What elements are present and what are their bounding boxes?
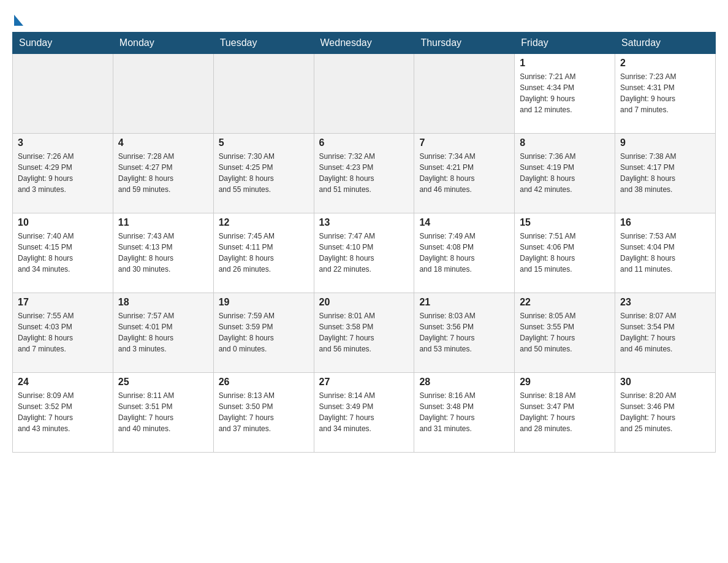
- day-info: Sunrise: 7:55 AM Sunset: 4:03 PM Dayligh…: [18, 310, 108, 354]
- weekday-header-monday: Monday: [113, 33, 213, 54]
- day-number: 12: [219, 217, 309, 228]
- day-number: 11: [118, 217, 208, 228]
- day-number: 19: [219, 297, 309, 308]
- day-info: Sunrise: 7:38 AM Sunset: 4:17 PM Dayligh…: [620, 151, 710, 195]
- calendar-cell: 25Sunrise: 8:11 AM Sunset: 3:51 PM Dayli…: [113, 373, 213, 453]
- day-number: 10: [18, 217, 108, 228]
- weekday-header-tuesday: Tuesday: [213, 33, 314, 54]
- day-info: Sunrise: 8:13 AM Sunset: 3:50 PM Dayligh…: [219, 390, 309, 434]
- calendar-cell: 8Sunrise: 7:36 AM Sunset: 4:19 PM Daylig…: [515, 134, 615, 213]
- day-info: Sunrise: 8:16 AM Sunset: 3:48 PM Dayligh…: [419, 390, 509, 434]
- calendar-cell: 5Sunrise: 7:30 AM Sunset: 4:25 PM Daylig…: [213, 134, 314, 213]
- weekday-header-friday: Friday: [515, 33, 615, 54]
- calendar-cell: [314, 54, 414, 134]
- day-info: Sunrise: 7:57 AM Sunset: 4:01 PM Dayligh…: [118, 310, 208, 354]
- calendar-week-row: 17Sunrise: 7:55 AM Sunset: 4:03 PM Dayli…: [13, 293, 716, 373]
- logo-triangle-icon: [14, 15, 23, 26]
- day-number: 2: [620, 58, 710, 69]
- calendar-cell: 23Sunrise: 8:07 AM Sunset: 3:54 PM Dayli…: [615, 293, 716, 373]
- day-number: 26: [219, 377, 309, 388]
- day-number: 14: [419, 217, 509, 228]
- calendar-week-row: 1Sunrise: 7:21 AM Sunset: 4:34 PM Daylig…: [13, 54, 716, 134]
- calendar-cell: 1Sunrise: 7:21 AM Sunset: 4:34 PM Daylig…: [515, 54, 615, 134]
- day-number: 8: [520, 137, 610, 148]
- calendar-cell: 20Sunrise: 8:01 AM Sunset: 3:58 PM Dayli…: [314, 293, 414, 373]
- weekday-header-saturday: Saturday: [615, 33, 716, 54]
- day-number: 16: [620, 217, 710, 228]
- day-info: Sunrise: 8:07 AM Sunset: 3:54 PM Dayligh…: [620, 310, 710, 354]
- calendar-cell: 18Sunrise: 7:57 AM Sunset: 4:01 PM Dayli…: [113, 293, 213, 373]
- calendar-cell: 14Sunrise: 7:49 AM Sunset: 4:08 PM Dayli…: [414, 213, 515, 293]
- day-info: Sunrise: 7:59 AM Sunset: 3:59 PM Dayligh…: [219, 310, 309, 354]
- calendar-cell: 17Sunrise: 7:55 AM Sunset: 4:03 PM Dayli…: [13, 293, 113, 373]
- weekday-header-row: SundayMondayTuesdayWednesdayThursdayFrid…: [13, 33, 716, 54]
- logo: [12, 12, 23, 26]
- day-info: Sunrise: 7:30 AM Sunset: 4:25 PM Dayligh…: [219, 151, 309, 195]
- day-info: Sunrise: 7:26 AM Sunset: 4:29 PM Dayligh…: [18, 151, 108, 195]
- day-info: Sunrise: 8:01 AM Sunset: 3:58 PM Dayligh…: [319, 310, 409, 354]
- calendar-week-row: 24Sunrise: 8:09 AM Sunset: 3:52 PM Dayli…: [13, 373, 716, 453]
- weekday-header-wednesday: Wednesday: [314, 33, 414, 54]
- calendar-cell: 4Sunrise: 7:28 AM Sunset: 4:27 PM Daylig…: [113, 134, 213, 213]
- calendar-cell: 12Sunrise: 7:45 AM Sunset: 4:11 PM Dayli…: [213, 213, 314, 293]
- calendar-cell: 9Sunrise: 7:38 AM Sunset: 4:17 PM Daylig…: [615, 134, 716, 213]
- day-number: 7: [419, 137, 509, 148]
- calendar-cell: 30Sunrise: 8:20 AM Sunset: 3:46 PM Dayli…: [615, 373, 716, 453]
- day-number: 15: [520, 217, 610, 228]
- day-info: Sunrise: 7:23 AM Sunset: 4:31 PM Dayligh…: [620, 71, 710, 115]
- calendar-week-row: 10Sunrise: 7:40 AM Sunset: 4:15 PM Dayli…: [13, 213, 716, 293]
- calendar-cell: [113, 54, 213, 134]
- calendar-cell: 13Sunrise: 7:47 AM Sunset: 4:10 PM Dayli…: [314, 213, 414, 293]
- day-info: Sunrise: 8:20 AM Sunset: 3:46 PM Dayligh…: [620, 390, 710, 434]
- calendar-cell: 21Sunrise: 8:03 AM Sunset: 3:56 PM Dayli…: [414, 293, 515, 373]
- calendar-cell: [414, 54, 515, 134]
- calendar-cell: [13, 54, 113, 134]
- calendar-cell: [213, 54, 314, 134]
- calendar-cell: 2Sunrise: 7:23 AM Sunset: 4:31 PM Daylig…: [615, 54, 716, 134]
- weekday-header-thursday: Thursday: [414, 33, 515, 54]
- calendar-week-row: 3Sunrise: 7:26 AM Sunset: 4:29 PM Daylig…: [13, 134, 716, 213]
- day-info: Sunrise: 7:40 AM Sunset: 4:15 PM Dayligh…: [18, 231, 108, 275]
- calendar-cell: 26Sunrise: 8:13 AM Sunset: 3:50 PM Dayli…: [213, 373, 314, 453]
- day-number: 4: [118, 137, 208, 148]
- day-info: Sunrise: 7:47 AM Sunset: 4:10 PM Dayligh…: [319, 231, 409, 275]
- day-info: Sunrise: 7:28 AM Sunset: 4:27 PM Dayligh…: [118, 151, 208, 195]
- calendar-cell: 11Sunrise: 7:43 AM Sunset: 4:13 PM Dayli…: [113, 213, 213, 293]
- day-number: 25: [118, 377, 208, 388]
- page-header: [12, 12, 716, 26]
- day-info: Sunrise: 8:18 AM Sunset: 3:47 PM Dayligh…: [520, 390, 610, 434]
- day-info: Sunrise: 8:14 AM Sunset: 3:49 PM Dayligh…: [319, 390, 409, 434]
- day-number: 27: [319, 377, 409, 388]
- calendar-cell: 24Sunrise: 8:09 AM Sunset: 3:52 PM Dayli…: [13, 373, 113, 453]
- day-info: Sunrise: 7:51 AM Sunset: 4:06 PM Dayligh…: [520, 231, 610, 275]
- day-info: Sunrise: 8:11 AM Sunset: 3:51 PM Dayligh…: [118, 390, 208, 434]
- day-info: Sunrise: 7:49 AM Sunset: 4:08 PM Dayligh…: [419, 231, 509, 275]
- day-number: 22: [520, 297, 610, 308]
- day-info: Sunrise: 7:43 AM Sunset: 4:13 PM Dayligh…: [118, 231, 208, 275]
- day-info: Sunrise: 8:09 AM Sunset: 3:52 PM Dayligh…: [18, 390, 108, 434]
- day-number: 20: [319, 297, 409, 308]
- day-info: Sunrise: 7:21 AM Sunset: 4:34 PM Dayligh…: [520, 71, 610, 115]
- day-number: 28: [419, 377, 509, 388]
- day-number: 1: [520, 58, 610, 69]
- day-info: Sunrise: 8:03 AM Sunset: 3:56 PM Dayligh…: [419, 310, 509, 354]
- calendar-cell: 27Sunrise: 8:14 AM Sunset: 3:49 PM Dayli…: [314, 373, 414, 453]
- day-number: 23: [620, 297, 710, 308]
- day-number: 3: [18, 137, 108, 148]
- day-number: 21: [419, 297, 509, 308]
- calendar-cell: 29Sunrise: 8:18 AM Sunset: 3:47 PM Dayli…: [515, 373, 615, 453]
- calendar-cell: 3Sunrise: 7:26 AM Sunset: 4:29 PM Daylig…: [13, 134, 113, 213]
- calendar-cell: 28Sunrise: 8:16 AM Sunset: 3:48 PM Dayli…: [414, 373, 515, 453]
- calendar-cell: 22Sunrise: 8:05 AM Sunset: 3:55 PM Dayli…: [515, 293, 615, 373]
- day-number: 24: [18, 377, 108, 388]
- calendar-cell: 15Sunrise: 7:51 AM Sunset: 4:06 PM Dayli…: [515, 213, 615, 293]
- day-info: Sunrise: 7:32 AM Sunset: 4:23 PM Dayligh…: [319, 151, 409, 195]
- day-number: 6: [319, 137, 409, 148]
- calendar-cell: 10Sunrise: 7:40 AM Sunset: 4:15 PM Dayli…: [13, 213, 113, 293]
- day-info: Sunrise: 7:53 AM Sunset: 4:04 PM Dayligh…: [620, 231, 710, 275]
- calendar-table: SundayMondayTuesdayWednesdayThursdayFrid…: [12, 32, 716, 453]
- day-number: 17: [18, 297, 108, 308]
- calendar-cell: 6Sunrise: 7:32 AM Sunset: 4:23 PM Daylig…: [314, 134, 414, 213]
- day-number: 18: [118, 297, 208, 308]
- day-number: 29: [520, 377, 610, 388]
